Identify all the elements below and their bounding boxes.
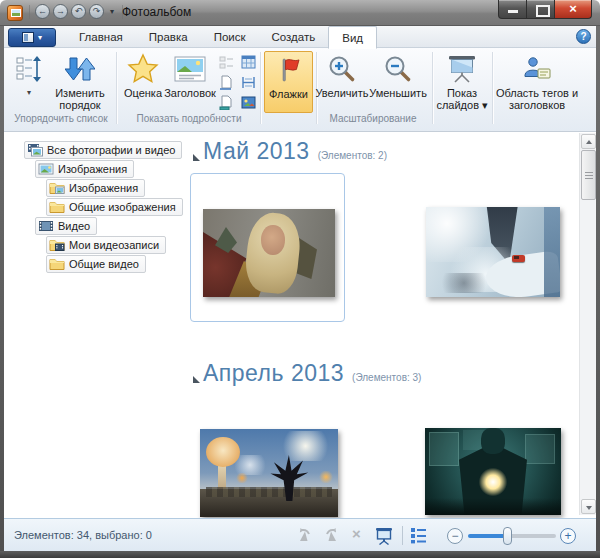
window-title: Фотоальбом xyxy=(122,0,191,26)
detail-thumbnail-toggle[interactable] xyxy=(240,93,257,111)
tree-item-label: Все фотографии и видео xyxy=(47,144,175,156)
app-window: ← → ↶ ↷ ▾ Фотоальбом × ▾ Главная Правка … xyxy=(0,0,600,558)
thumbnail-armored-figure-glow[interactable] xyxy=(425,428,561,515)
rotate-right-button[interactable] xyxy=(322,527,340,548)
folder-icon xyxy=(49,257,65,271)
filesize-page-icon xyxy=(219,95,234,110)
window-frame-right xyxy=(596,26,600,558)
thumbnail-image-icon xyxy=(241,95,256,110)
group-label-arrange: Упорядочить список xyxy=(8,112,114,126)
zoom-in-slider-button[interactable]: + xyxy=(560,528,576,544)
undo-button[interactable]: ↶ xyxy=(71,4,86,19)
zoom-out-icon xyxy=(383,51,413,87)
flags-toggle-button[interactable]: Флажки xyxy=(264,51,313,113)
forward-button[interactable]: → xyxy=(53,4,68,19)
slideshow-status-button[interactable] xyxy=(374,527,394,549)
tree-item-all-media[interactable]: Все фотографии и видео xyxy=(24,141,182,159)
slideshow-icon xyxy=(446,51,478,87)
tab-vid[interactable]: Вид xyxy=(328,26,377,49)
tree-item-label: Мои видеозаписи xyxy=(69,239,159,251)
zoom-slider-thumb[interactable] xyxy=(503,527,512,545)
scroll-up-button[interactable] xyxy=(581,134,596,149)
undo-icon: ↶ xyxy=(75,6,83,16)
flag-icon xyxy=(275,52,303,88)
delete-button[interactable]: × xyxy=(352,526,361,542)
tree-item-public-videos[interactable]: Общие видео xyxy=(46,255,146,273)
tab-poisk[interactable]: Поиск xyxy=(201,26,259,48)
forward-icon: → xyxy=(56,6,65,16)
scrollbar-thumb[interactable] xyxy=(581,150,596,200)
file-menu-button[interactable]: ▾ xyxy=(8,28,56,47)
tree-item-public-pictures[interactable]: Общие изображения xyxy=(46,198,183,216)
change-order-icon xyxy=(65,51,95,87)
group-label-details: Показать подробности xyxy=(116,112,262,126)
tags-pane-button[interactable]: Область тегов и заголовков xyxy=(494,51,580,111)
thumbnail-explosion-winged-figure[interactable] xyxy=(200,429,338,517)
details-view-icon xyxy=(410,527,428,544)
sort-order-button[interactable]: ▾ xyxy=(12,51,46,97)
redo-icon: ↷ xyxy=(93,6,101,16)
video-icon xyxy=(38,219,54,233)
collapse-triangle-icon[interactable] xyxy=(193,376,200,383)
triangle-down-icon xyxy=(586,506,592,510)
change-order-button[interactable]: Изменить порядок xyxy=(48,51,112,111)
ribbon-tab-bar: ▾ Главная Правка Поиск Создать Вид ? xyxy=(4,26,596,48)
folder-icon xyxy=(49,200,65,214)
rotate-left-button[interactable] xyxy=(296,527,314,548)
vertical-scrollbar[interactable] xyxy=(579,133,596,515)
detail-tags-toggle[interactable] xyxy=(218,53,235,71)
collapse-triangle-icon[interactable] xyxy=(193,154,200,161)
back-button[interactable]: ← xyxy=(35,4,50,19)
scroll-down-button[interactable] xyxy=(581,499,596,514)
redo-button[interactable]: ↷ xyxy=(89,4,104,19)
divider xyxy=(260,52,261,124)
main-area: Все фотографии и видео Изображения xyxy=(4,133,596,518)
group-count: (Элементов: 3) xyxy=(352,372,421,383)
plus-icon: + xyxy=(564,529,571,543)
qat-customize-button[interactable]: ▾ xyxy=(107,4,117,19)
thumbnail-fantasy-portrait[interactable] xyxy=(203,209,335,297)
group-title: Май 2013 xyxy=(203,138,310,164)
tags-pane-icon xyxy=(522,51,552,87)
help-button[interactable]: ? xyxy=(576,29,591,44)
maximize-button[interactable] xyxy=(527,0,555,19)
zoom-in-icon xyxy=(327,51,357,87)
divider xyxy=(492,52,493,124)
tree-item-pictures[interactable]: Изображения xyxy=(35,160,134,178)
zoom-out-slider-button[interactable]: − xyxy=(447,528,463,544)
divider xyxy=(402,526,403,545)
tab-sozdat[interactable]: Создать xyxy=(259,26,329,48)
zoom-out-button[interactable]: Уменьшить xyxy=(368,51,428,99)
triangle-up-icon xyxy=(586,140,592,144)
detail-filesize-toggle[interactable] xyxy=(218,93,235,111)
group-label-zoom: Масштабирование xyxy=(316,112,430,126)
minimize-button[interactable] xyxy=(498,0,527,19)
slideshow-button[interactable]: Показ слайдов ▾ xyxy=(434,51,490,111)
tab-pravka[interactable]: Правка xyxy=(136,26,201,48)
zoom-slider-track[interactable] xyxy=(468,534,556,538)
tree-item-my-videos[interactable]: Мои видеозаписи xyxy=(46,236,166,254)
change-order-label: Изменить порядок xyxy=(48,87,112,111)
detail-dimensions-toggle[interactable] xyxy=(240,73,257,91)
rotate-left-icon xyxy=(296,527,314,544)
detail-filename-toggle[interactable] xyxy=(218,73,235,91)
caption-button[interactable]: Заголовок xyxy=(162,51,218,99)
tree-item-videos[interactable]: Видео xyxy=(35,217,97,235)
zoom-in-button[interactable]: Увеличить xyxy=(314,51,370,99)
rating-button[interactable]: Оценка xyxy=(120,51,166,99)
app-icon[interactable] xyxy=(7,5,23,21)
view-toggle-button[interactable] xyxy=(410,527,428,548)
window-frame-bottom xyxy=(0,551,600,558)
detail-date-toggle[interactable] xyxy=(240,53,257,71)
close-button[interactable]: × xyxy=(555,0,592,19)
date-table-icon xyxy=(241,55,256,70)
status-bar: Элементов: 34, выбрано: 0 × xyxy=(4,518,596,551)
detail-toggle-grid xyxy=(218,53,257,111)
tree-item-my-pictures[interactable]: Изображения xyxy=(46,179,145,197)
rotate-right-icon xyxy=(322,527,340,544)
sort-list-icon xyxy=(16,51,42,87)
group-header-may: Май 2013(Элементов: 2) xyxy=(203,138,387,165)
tab-glavnaya[interactable]: Главная xyxy=(66,26,136,48)
star-icon xyxy=(127,51,159,87)
thumbnail-snowy-mountain-red-car[interactable] xyxy=(426,207,560,297)
